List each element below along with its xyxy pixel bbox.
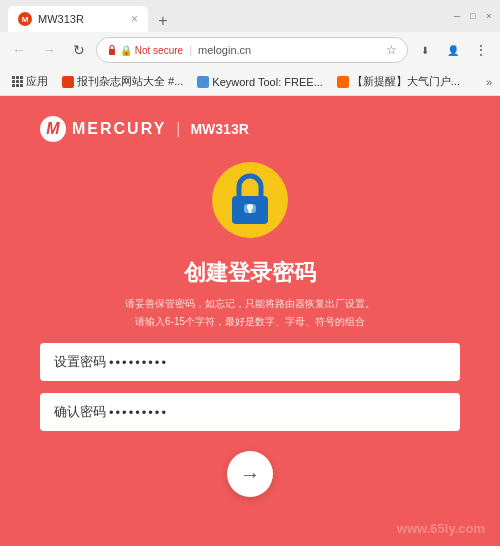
- url-separator: |: [189, 44, 192, 56]
- tab-area: M MW313R × +: [8, 0, 174, 32]
- brand-header: M MERCURY | MW313R: [40, 116, 249, 142]
- svg-rect-5: [249, 209, 252, 213]
- nav-extras: ⬇ 👤 ⋮: [412, 37, 494, 63]
- lock-icon-container: [210, 160, 290, 244]
- brand-logo: M MERCURY: [40, 116, 166, 142]
- window-controls: ─ □ ×: [450, 9, 496, 23]
- svg-rect-0: [109, 49, 115, 55]
- extensions-button[interactable]: ⬇: [412, 37, 438, 63]
- security-indicator: 🔒 Not secure: [107, 44, 183, 56]
- active-tab[interactable]: M MW313R ×: [8, 6, 148, 32]
- password-form-group: 设置密码: [40, 343, 460, 381]
- submit-button[interactable]: →: [227, 451, 273, 497]
- alert-favicon: [337, 76, 349, 88]
- watermark: www.65ly.com: [397, 521, 485, 536]
- model-name: MW313R: [190, 121, 248, 137]
- bookmarks-bar: 应用 报刊杂志网站大全 #... Keyword Tool: FREE... 【…: [0, 68, 500, 96]
- lock-icon: [210, 160, 290, 240]
- keyword-favicon: [197, 76, 209, 88]
- bookmark-magazine[interactable]: 报刊杂志网站大全 #...: [58, 72, 187, 91]
- title-bar: M MW313R × + ─ □ ×: [0, 0, 500, 32]
- tab-favicon: M: [18, 12, 32, 26]
- password-input[interactable]: [109, 355, 446, 370]
- magazine-favicon: [62, 76, 74, 88]
- tab-close-button[interactable]: ×: [131, 12, 138, 26]
- bookmark-alert[interactable]: 【新提醒】大气门户...: [333, 72, 464, 91]
- minimize-button[interactable]: ─: [450, 9, 464, 23]
- apps-grid-icon: [12, 76, 23, 87]
- confirm-form-group: 确认密码: [40, 393, 460, 431]
- url-display: melogin.cn: [198, 44, 251, 56]
- page-subtitle: 请妥善保管密码，如忘记，只能将路由器恢复出厂设置。: [125, 296, 375, 311]
- page-title: 创建登录密码: [184, 258, 316, 288]
- new-tab-button[interactable]: +: [152, 10, 174, 32]
- close-window-button[interactable]: ×: [482, 9, 496, 23]
- back-button[interactable]: ←: [6, 37, 32, 63]
- arrow-icon: →: [240, 463, 260, 486]
- star-icon[interactable]: ☆: [386, 43, 397, 57]
- address-bar-icons: ☆: [386, 43, 397, 57]
- maximize-button[interactable]: □: [466, 9, 480, 23]
- browser-window: M MW313R × + ─ □ × ← → ↻ 🔒 Not secure: [0, 0, 500, 546]
- address-bar[interactable]: 🔒 Not secure | melogin.cn ☆: [96, 37, 408, 63]
- brand-divider: |: [176, 120, 180, 138]
- forward-button[interactable]: →: [36, 37, 62, 63]
- mercury-logo-icon: M: [40, 116, 66, 142]
- nav-bar: ← → ↻ 🔒 Not secure | melogin.cn ☆ ⬇ 👤 ⋮: [0, 32, 500, 68]
- bookmarks-more-button[interactable]: »: [486, 76, 492, 88]
- confirm-input[interactable]: [109, 405, 446, 420]
- page-content: M MERCURY | MW313R 创建登录密码 请妥善保管密码，如忘记，只能…: [0, 96, 500, 546]
- password-label: 设置密码: [54, 353, 109, 371]
- profile-button[interactable]: 👤: [440, 37, 466, 63]
- menu-button[interactable]: ⋮: [468, 37, 494, 63]
- page-hint: 请输入6-15个字符，最好是数字、字母、符号的组合: [135, 315, 365, 329]
- confirm-label: 确认密码: [54, 403, 109, 421]
- brand-name: MERCURY: [72, 120, 166, 138]
- refresh-button[interactable]: ↻: [66, 37, 92, 63]
- tab-title: MW313R: [38, 13, 84, 25]
- bookmark-apps[interactable]: 应用: [8, 72, 52, 91]
- lock-small-icon: [107, 44, 117, 56]
- bookmark-keyword[interactable]: Keyword Tool: FREE...: [193, 74, 326, 90]
